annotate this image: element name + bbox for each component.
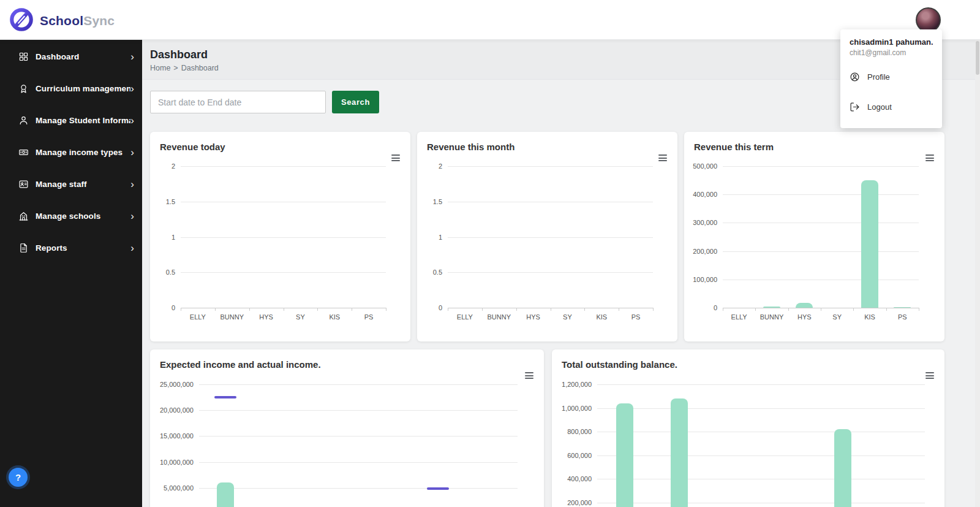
chart-context-menu-icon[interactable] bbox=[657, 154, 668, 164]
curriculum-icon bbox=[18, 83, 29, 94]
series-dash-elly bbox=[214, 396, 236, 398]
charts-row-2: Expected income and actual income. 25,00… bbox=[150, 349, 980, 507]
x-axis-tick bbox=[821, 308, 821, 311]
sidebar-item-curriculum-management[interactable]: Curriculum management bbox=[0, 72, 142, 104]
x-axis-label: ELLY bbox=[457, 313, 473, 321]
y-axis-label: 100,000 bbox=[693, 276, 717, 283]
gridline bbox=[448, 166, 653, 167]
x-axis-label: ELLY bbox=[190, 313, 206, 321]
student-icon bbox=[18, 115, 29, 126]
gridline bbox=[181, 202, 386, 202]
x-axis-tick bbox=[551, 308, 551, 311]
x-axis-label: SY bbox=[563, 313, 572, 321]
x-axis-tick bbox=[516, 308, 517, 311]
school-icon bbox=[18, 211, 29, 221]
x-axis-tick bbox=[886, 308, 887, 311]
bar-bunny bbox=[671, 398, 688, 507]
x-axis-label: HYS bbox=[259, 313, 273, 321]
chart-context-menu-icon[interactable] bbox=[924, 154, 935, 164]
chart-title: Revenue today bbox=[160, 142, 225, 152]
x-axis-label: HYS bbox=[526, 313, 540, 321]
search-button[interactable]: Search bbox=[332, 91, 379, 113]
gridline bbox=[199, 436, 518, 436]
scrollbar[interactable] bbox=[975, 40, 980, 507]
series-dash-kis bbox=[427, 487, 449, 490]
question-mark-icon: ? bbox=[15, 472, 21, 482]
y-axis-label: 10,000,000 bbox=[160, 459, 194, 466]
x-axis-tick bbox=[215, 308, 216, 311]
x-axis-tick bbox=[619, 308, 619, 311]
chart-context-menu-icon[interactable] bbox=[524, 372, 535, 381]
chart-title: Expected income and actual income. bbox=[160, 359, 321, 370]
y-axis-label: 1.5 bbox=[433, 198, 442, 205]
x-axis-tick bbox=[853, 308, 854, 311]
x-axis-tick bbox=[788, 308, 789, 311]
sidebar-item-manage-student-information[interactable]: Manage Student Information bbox=[0, 104, 142, 136]
menu-item-profile[interactable]: Profile bbox=[840, 62, 942, 92]
logout-label: Logout bbox=[867, 102, 892, 112]
x-axis-label: KIS bbox=[329, 313, 340, 321]
profile-icon bbox=[850, 72, 860, 82]
bar-ps bbox=[894, 307, 911, 308]
y-axis-label: 600,000 bbox=[567, 452, 592, 459]
gridline bbox=[597, 384, 925, 385]
help-button[interactable]: ? bbox=[9, 468, 28, 487]
sidebar-item-label: Reports bbox=[36, 243, 130, 253]
x-axis-label: ELLY bbox=[731, 313, 747, 321]
x-axis-label: BUNNY bbox=[760, 313, 784, 321]
x-axis-tick bbox=[482, 308, 483, 311]
x-axis-label: BUNNY bbox=[220, 313, 244, 321]
x-axis-tick bbox=[584, 308, 585, 311]
menu-item-logout[interactable]: Logout bbox=[840, 92, 942, 122]
logout-icon bbox=[850, 102, 860, 112]
sidebar-item-manage-staff[interactable]: Manage staff bbox=[0, 168, 142, 200]
brand-name: SchoolSync bbox=[40, 13, 115, 28]
sidebar-item-dashboard[interactable]: Dashboard bbox=[0, 40, 142, 72]
y-axis-label: 15,000,000 bbox=[160, 432, 194, 440]
x-axis-label: HYS bbox=[797, 313, 812, 321]
breadcrumb-current: Dashboard bbox=[181, 64, 219, 72]
user-dropdown-menu: chisadmin1 pahuman... chit1@gmail.com Pr… bbox=[840, 29, 942, 128]
gridline bbox=[181, 166, 386, 167]
sidebar-item-manage-schools[interactable]: Manage schools bbox=[0, 200, 142, 232]
chart-title: Revenue this term bbox=[694, 142, 774, 152]
breadcrumb-home-link[interactable]: Home bbox=[150, 64, 170, 72]
bar-kis bbox=[861, 180, 878, 308]
y-axis-label: 0 bbox=[439, 304, 442, 311]
gridline bbox=[723, 251, 919, 252]
brand-logo-icon bbox=[9, 7, 34, 35]
sidebar-item-reports[interactable]: Reports bbox=[0, 232, 142, 264]
dashboard-grid-icon bbox=[18, 51, 29, 62]
user-avatar[interactable] bbox=[916, 7, 941, 32]
bar-elly bbox=[616, 403, 633, 507]
gridline bbox=[199, 384, 518, 385]
gridline bbox=[199, 462, 518, 463]
brand-name-primary: School bbox=[40, 13, 83, 28]
brand-name-secondary: Sync bbox=[83, 13, 115, 28]
x-axis-tick bbox=[919, 308, 919, 311]
chevron-right-icon bbox=[130, 243, 134, 253]
y-axis-label: 25,000,000 bbox=[160, 381, 194, 388]
sidebar-item-label: Curriculum management bbox=[36, 84, 130, 93]
x-axis-label: KIS bbox=[596, 313, 607, 321]
date-range-input[interactable] bbox=[150, 91, 326, 113]
gridline bbox=[597, 432, 925, 432]
x-axis-label: SY bbox=[296, 313, 305, 321]
x-axis-tick bbox=[653, 308, 654, 311]
y-axis-label: 1,200,000 bbox=[562, 381, 592, 388]
sidebar-item-manage-income-types[interactable]: Manage income types bbox=[0, 136, 142, 168]
y-axis-label: 400,000 bbox=[693, 191, 717, 198]
x-axis-label: KIS bbox=[864, 313, 875, 321]
gridline bbox=[181, 237, 386, 238]
gridline bbox=[199, 410, 518, 411]
topbar: SchoolSync bbox=[0, 0, 980, 40]
staff-icon bbox=[18, 179, 29, 189]
scrollbar-thumb[interactable] bbox=[976, 41, 979, 75]
sidebar-item-label: Dashboard bbox=[36, 52, 130, 61]
y-axis-label: 0 bbox=[714, 304, 717, 311]
y-axis-label: 1,000,000 bbox=[562, 405, 592, 412]
chart-context-menu-icon[interactable] bbox=[924, 372, 935, 381]
chevron-right-icon bbox=[130, 179, 134, 189]
breadcrumb-separator: > bbox=[173, 64, 178, 72]
chart-context-menu-icon[interactable] bbox=[390, 154, 401, 164]
